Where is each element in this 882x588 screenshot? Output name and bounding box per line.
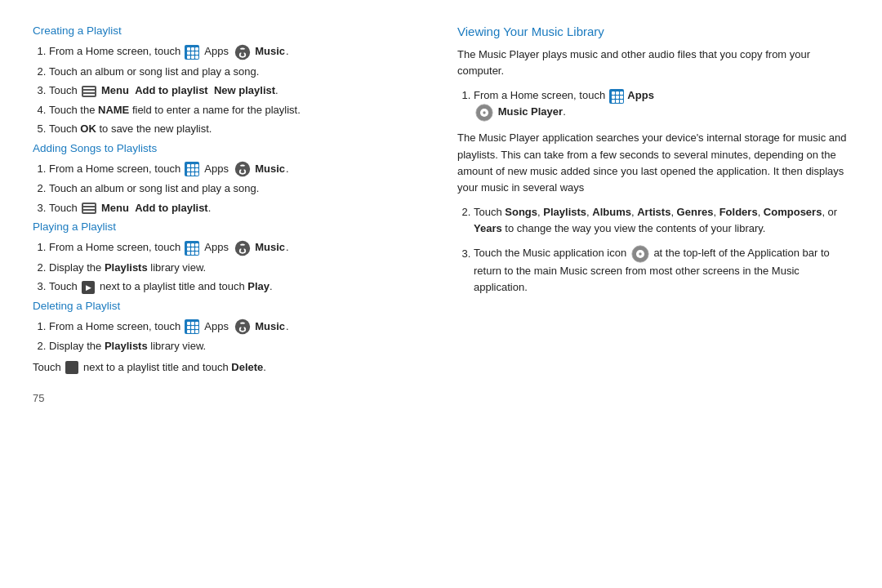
deleting-list: From a Home screen, touch Apps Music. Di… <box>49 318 425 354</box>
svg-rect-2 <box>241 49 243 55</box>
right-column: Viewing Your Music Library The Music Pla… <box>457 24 849 404</box>
music-icon <box>234 318 251 335</box>
music-app-icon <box>631 245 649 263</box>
right-section-title: Viewing Your Music Library <box>457 24 849 38</box>
page-number: 75 <box>33 392 425 404</box>
list-item: Display the Playlists library view. <box>49 260 425 276</box>
apps-label: Apps <box>204 45 229 57</box>
music-label: Music <box>255 320 285 332</box>
music-icon <box>234 44 251 60</box>
apps-label: Apps <box>204 163 229 175</box>
delete-icon <box>65 361 78 374</box>
music-icon <box>234 240 251 256</box>
svg-rect-11 <box>241 324 243 330</box>
section-creating-playlist: Creating a Playlist From a Home screen, … <box>33 24 425 137</box>
adding-list: From a Home screen, touch Apps Music. To… <box>49 161 425 216</box>
list-item: From a Home screen, touch Apps Music. <box>49 239 425 256</box>
creating-list: From a Home screen, touch Apps Music. To… <box>49 43 425 137</box>
play-icon: ▶ <box>82 281 95 294</box>
list-item: Display the Playlists library view. <box>49 338 425 354</box>
intro-text: The Music Player plays music and other a… <box>457 47 849 79</box>
music-player-desc: The Music Player application searches yo… <box>457 130 849 196</box>
list-item: From a Home screen, touch Apps Music. <box>49 43 425 60</box>
music-label: Music <box>255 45 285 57</box>
section-adding-songs: Adding Songs to Playlists From a Home sc… <box>33 142 425 216</box>
apps-icon <box>185 319 199 334</box>
section-title-playing: Playing a Playlist <box>33 220 425 233</box>
list-item: Touch ▶ next to a playlist title and tou… <box>49 278 425 295</box>
menu-icon <box>82 86 96 97</box>
section-title-adding: Adding Songs to Playlists <box>33 142 425 154</box>
music-label: Music <box>255 241 285 253</box>
music-icon <box>234 161 251 177</box>
list-item: From a Home screen, touch Apps Music. <box>49 318 425 336</box>
list-item: Touch Songs, Playlists, Albums, Artists,… <box>474 204 849 237</box>
section-deleting-playlist: Deleting a Playlist From a Home screen, … <box>33 300 425 376</box>
delete-footer: Touch next to a playlist title and touch… <box>33 359 425 376</box>
list-item: Touch an album or song list and play a s… <box>49 64 425 80</box>
list-item: Touch OK to save the new playlist. <box>49 121 425 137</box>
right-list: From a Home screen, touch Apps Music Pla… <box>474 87 849 122</box>
list-item: Touch Menu Add to playlist. <box>49 200 425 216</box>
list-item: Touch Menu Add to playlist New playlist. <box>49 82 425 99</box>
apps-label: Apps <box>204 241 229 253</box>
section-title-deleting: Deleting a Playlist <box>33 300 425 312</box>
svg-point-14 <box>483 112 485 114</box>
list-item: From a Home screen, touch Apps Music Pla… <box>474 87 849 122</box>
apps-icon <box>185 162 199 176</box>
apps-label: Apps <box>204 320 229 332</box>
svg-point-18 <box>639 253 641 256</box>
apps-icon <box>185 241 199 256</box>
list-item: Touch an album or song list and play a s… <box>49 180 425 197</box>
list-item: Touch the Music application icon at the … <box>474 245 849 296</box>
section-title-creating: Creating a Playlist <box>33 24 425 37</box>
apps-icon <box>609 89 624 104</box>
music-player-icon <box>475 104 493 122</box>
music-label: Music <box>255 163 285 175</box>
left-column: Creating a Playlist From a Home screen, … <box>33 24 425 404</box>
svg-rect-8 <box>241 245 243 251</box>
menu-icon <box>82 203 96 214</box>
list-item: Touch the NAME field to enter a name for… <box>49 102 425 118</box>
apps-icon <box>185 45 199 60</box>
playing-list: From a Home screen, touch Apps Music. Di… <box>49 239 425 295</box>
list-item: From a Home screen, touch Apps Music. <box>49 161 425 178</box>
section-playing-playlist: Playing a Playlist From a Home screen, t… <box>33 220 425 295</box>
right-list-continued: Touch Songs, Playlists, Albums, Artists,… <box>474 204 849 296</box>
svg-rect-5 <box>241 167 243 172</box>
